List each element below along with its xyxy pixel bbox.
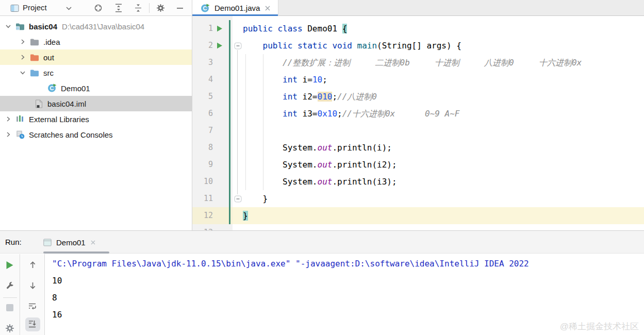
hide-toolwindow-icon[interactable] [176,7,184,9]
line-number: 11 [192,190,213,207]
vcs-change-marker [229,20,230,37]
close-icon[interactable] [265,5,271,11]
expand-all-icon[interactable] [114,4,123,12]
console-command-line: "C:\Program Files\Java\jdk-11.0.15\bin\j… [52,255,644,272]
tab-demo01-java[interactable]: C Demo01.java [192,0,278,16]
ide-window: Project C Demo01.java [0,0,644,335]
gutter: 1 [192,20,233,37]
gear-icon[interactable] [156,4,165,12]
tree-item-label: Scratches and Consoles [29,130,113,139]
gutter: 7 [192,122,233,139]
code-line-10[interactable]: 10 System.out.println(i3); [192,173,644,190]
line-number: 9 [192,156,213,173]
run-toolwindow-header: Run: Demo01 [0,230,644,254]
vcs-change-marker [229,37,230,54]
java-class-icon: C [47,83,57,93]
run-line-icon[interactable] [213,25,226,32]
tree-item-basic04-iml[interactable]: basic04.iml [0,96,192,111]
fold-marker[interactable] [233,37,243,54]
code-text: System.out.println(i); [243,139,392,156]
gutter: 9 [192,156,233,173]
toolbar-divider [3,297,17,298]
module-file-icon [34,99,43,108]
code-line-11[interactable]: 11 } [192,190,644,207]
project-toolwindow-header: Project [0,0,192,16]
chevron-right-icon[interactable] [19,54,27,60]
code-line-6[interactable]: 6 int i3=0x10;//十六进制0x 0~9 A~F [192,105,644,122]
tree-item-label: External Libraries [29,115,89,124]
scratches-icon [15,130,25,139]
gutter: 6 [192,105,233,122]
run-toolwindow-title: Run: [5,231,22,254]
vcs-change-marker [229,173,230,190]
code-line-7[interactable]: 7 [192,122,644,139]
edit-configuration-wrench-icon[interactable] [6,281,14,290]
vcs-change-marker [229,139,230,156]
tree-item-path: D:\cad431\Java\basic04 [62,22,144,31]
code-text: } [243,190,268,207]
code-line-2[interactable]: 2 public static void main(String[] args)… [192,37,644,54]
chevron-down-icon[interactable] [4,23,12,29]
tree-item-idea[interactable]: .idea [0,34,192,49]
tree-item-label: basic04.iml [47,99,86,108]
run-tab-title: Demo01 [56,238,86,247]
gutter: 5 [192,88,233,105]
project-root-folder-icon [15,23,25,30]
gutter: 3 [192,54,233,71]
tree-item-label: src [43,69,54,77]
chevron-right-icon[interactable] [19,39,27,45]
code-line-12[interactable]: 12} [192,207,644,224]
tree-item-label: .idea [43,38,60,46]
rerun-button[interactable] [6,261,14,270]
tree-item-scratches[interactable]: Scratches and Consoles [0,127,192,142]
code-text: int i=10; [243,71,327,88]
stop-button[interactable] [6,304,14,312]
code-line-9[interactable]: 9 System.out.println(i2); [192,156,644,173]
vcs-change-marker [229,54,230,71]
collapse-all-icon[interactable] [134,4,142,12]
chevron-down-icon[interactable] [66,7,72,10]
code-line-8[interactable]: 8 System.out.println(i); [192,139,644,156]
code-line-3[interactable]: 3 //整数扩展：进制 二进制0b 十进制 八进制0 十六进制0x [192,54,644,71]
code-text: int i2=010;//八进制0 [243,88,377,105]
libraries-icon [15,115,25,123]
close-icon[interactable] [90,240,96,245]
next-occurrence-down-icon[interactable] [28,281,37,290]
tree-item-out[interactable]: out [0,49,192,65]
code-line-5[interactable]: 5 int i2=010;//八进制0 [192,88,644,105]
tab-title: Demo01.java [214,4,260,12]
locate-file-icon[interactable] [94,4,103,12]
tree-item-external-libraries[interactable]: External Libraries [0,111,192,127]
code-line-13[interactable]: 13 [192,224,644,230]
editor-tab-bar: C Demo01.java [192,0,644,16]
tree-item-demo01[interactable]: C Demo01 [0,80,192,96]
svg-text:C: C [203,5,207,11]
chevron-down-icon[interactable] [19,70,27,76]
scroll-to-end-icon[interactable] [28,320,37,328]
run-tab-demo01[interactable]: Demo01 [43,231,96,254]
run-line-icon[interactable] [213,42,226,49]
tree-item-label: Demo01 [61,84,90,93]
soft-wrap-icon[interactable] [28,302,37,310]
code-line-4[interactable]: 4 int i=10; [192,71,644,88]
tree-item-src[interactable]: src [0,65,192,80]
tree-item-basic04[interactable]: basic04 D:\cad431\Java\basic04 [0,19,192,34]
line-number: 4 [192,71,213,88]
vcs-change-marker [229,224,230,230]
console-output-line: 16 [52,306,644,323]
project-tree: basic04 D:\cad431\Java\basic04 .idea out… [0,16,192,230]
code-line-1[interactable]: 1public class Demo01 { [192,20,644,37]
console-output-line: 10 [52,272,644,289]
chevron-right-icon[interactable] [4,116,12,122]
console-output-line: 8 [52,289,644,306]
gutter: 13 [192,224,233,230]
prev-occurrence-up-icon[interactable] [28,260,37,270]
gutter: 8 [192,139,233,156]
run-settings-gear-icon[interactable] [5,324,14,333]
run-console-output: "C:\Program Files\Java\jdk-11.0.15\bin\j… [45,254,644,335]
code-text: int i3=0x10;//十六进制0x 0~9 A~F [243,105,459,122]
code-editor[interactable]: 1public class Demo01 {2 public static vo… [192,16,644,230]
fold-marker[interactable] [233,190,243,207]
chevron-right-icon[interactable] [4,131,12,138]
gutter: 2 [192,37,233,54]
